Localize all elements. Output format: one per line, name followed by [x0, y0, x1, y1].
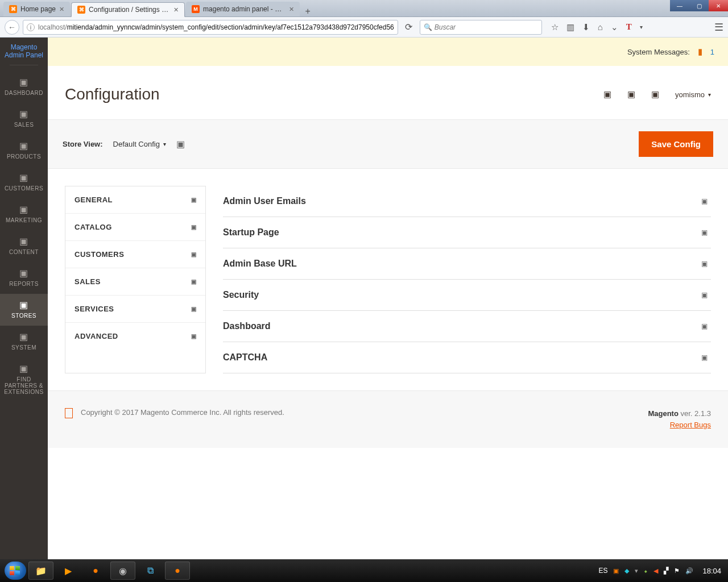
addon-t-icon[interactable]: T — [626, 22, 632, 32]
config-tab-services[interactable]: SERVICES▣ — [65, 296, 205, 323]
browser-search[interactable]: 🔍 — [420, 20, 542, 35]
section-captcha[interactable]: CAPTCHA▣ — [223, 342, 711, 373]
sidebar-item-products[interactable]: ▣PRODUCTS — [0, 135, 48, 167]
search-icon: 🔍 — [424, 23, 432, 31]
sidebar-item-stores[interactable]: ▣STORES — [0, 294, 48, 326]
footer-product: Magento — [648, 409, 678, 418]
window-close-button[interactable]: ✕ — [709, 0, 728, 11]
language-indicator[interactable]: ES — [598, 567, 607, 575]
section-startup-page[interactable]: Startup Page▣ — [223, 217, 711, 248]
pocket-icon[interactable]: ⌄ — [611, 22, 618, 32]
sidebar-brand[interactable]: Magento Admin Panel — [0, 41, 48, 71]
system-messages-bar[interactable]: System Messages: ▮ 1 — [48, 38, 728, 66]
sidebar-item-sales[interactable]: ▣SALES — [0, 103, 48, 135]
customers-icon: ▣ — [1, 172, 47, 183]
config-tab-advanced[interactable]: ADVANCED▣ — [65, 323, 205, 350]
url-text: localhost/mitienda/admin_yynncw/admin/sy… — [38, 23, 394, 31]
tray-icon[interactable]: ◆ — [624, 567, 629, 575]
tray-icon[interactable]: ▣ — [613, 567, 619, 575]
admin-footer: Copyright © 2017 Magento Commerce Inc. A… — [48, 390, 728, 448]
tab-close-icon[interactable]: ✕ — [59, 6, 64, 13]
account-menu[interactable]: yomismo ▾ — [675, 90, 711, 99]
bookmark-star-icon[interactable]: ☆ — [551, 22, 559, 32]
taskbar-firefox-2[interactable]: ● — [165, 562, 190, 580]
content-icon: ▣ — [1, 236, 47, 247]
expand-icon: ▣ — [191, 224, 197, 230]
brand-line1: Magento — [11, 43, 38, 51]
url-bar[interactable]: i localhost/mitienda/admin_yynncw/admin/… — [23, 20, 398, 35]
new-tab-button[interactable]: + — [301, 6, 315, 16]
config-tab-customers[interactable]: CUSTOMERS▣ — [65, 241, 205, 268]
taskbar-explorer[interactable]: 📁 — [28, 562, 53, 580]
taskbar-media[interactable]: ▶ — [56, 562, 81, 580]
sidebar-item-customers[interactable]: ▣CUSTOMERS — [0, 167, 48, 198]
config-sections: Admin User Emails▣ Startup Page▣ Admin B… — [223, 186, 711, 373]
reader-icon[interactable]: ▥ — [566, 22, 574, 32]
report-bugs-link[interactable]: Report Bugs — [670, 421, 711, 429]
browser-tab[interactable]: ⌘ Home page ✕ — [3, 2, 70, 16]
notifications-icon[interactable]: ▣ — [623, 89, 640, 99]
sidebar-item-partners[interactable]: ▣FIND PARTNERS & EXTENSIONS — [0, 357, 48, 402]
expand-icon: ▣ — [191, 306, 197, 312]
expand-icon: ▣ — [701, 291, 708, 299]
section-dashboard[interactable]: Dashboard▣ — [223, 311, 711, 342]
page-title: Configuration — [65, 85, 160, 103]
help-icon[interactable]: ▣ — [647, 89, 664, 99]
window-minimize-button[interactable]: — — [670, 0, 689, 11]
magento-logo-icon — [65, 408, 73, 418]
taskbar-clock[interactable]: 18:04 — [702, 567, 721, 575]
tray-flag-icon[interactable]: ⚑ — [674, 567, 680, 575]
tray-network-icon[interactable]: ▞ — [664, 567, 668, 575]
menu-button[interactable]: ☰ — [714, 21, 723, 34]
expand-icon: ▣ — [191, 197, 197, 203]
browser-tab[interactable]: ⌘ Configuration / Settings / ... ✕ — [71, 2, 185, 17]
search-input[interactable] — [435, 23, 538, 31]
tab-close-icon[interactable]: ✕ — [173, 6, 179, 14]
addon-dropdown-icon[interactable]: ▾ — [640, 24, 643, 30]
tab-close-icon[interactable]: ✕ — [289, 6, 294, 13]
taskbar-firefox-1[interactable]: ● — [83, 562, 108, 580]
taskbar-app2[interactable]: ⧉ — [138, 562, 163, 580]
back-button[interactable]: ← — [5, 20, 19, 35]
copyright-text: Copyright © 2017 Magento Commerce Inc. A… — [81, 408, 284, 417]
config-toolbar: Store View: Default Config ▾ ▣ Save Conf… — [48, 119, 728, 169]
search-icon[interactable]: ▣ — [599, 89, 616, 99]
section-security[interactable]: Security▣ — [223, 280, 711, 311]
sidebar-item-dashboard[interactable]: ▣DASHBOARD — [0, 71, 48, 103]
page-header: Configuration ▣ ▣ ▣ yomismo ▾ — [48, 66, 728, 109]
sidebar-item-marketing[interactable]: ▣MARKETING — [0, 198, 48, 230]
browser-tab[interactable]: M magento admin panel - M... ✕ — [186, 2, 300, 16]
page-viewport: Magento Admin Panel ▣DASHBOARD ▣SALES ▣P… — [0, 38, 728, 559]
expand-icon: ▣ — [701, 197, 708, 205]
section-admin-user-emails[interactable]: Admin User Emails▣ — [223, 186, 711, 217]
browser-toolbar-icons: ☆ ▥ ⬇ ⌂ ⌄ T ▾ — [551, 22, 643, 32]
window-maximize-button[interactable]: ▢ — [689, 0, 709, 11]
store-view-value: Default Config — [113, 140, 160, 148]
taskbar-app[interactable]: ◉ — [110, 562, 135, 580]
start-button[interactable] — [5, 562, 26, 580]
tray-icon[interactable]: ▾ — [635, 567, 638, 575]
reload-button[interactable]: ⟳ — [402, 22, 416, 32]
site-info-icon[interactable]: i — [27, 23, 35, 31]
config-tab-general[interactable]: GENERAL▣ — [65, 186, 205, 214]
products-icon: ▣ — [1, 140, 47, 151]
scope-hint-icon[interactable]: ▣ — [176, 139, 185, 149]
tray-icon[interactable]: ◀ — [653, 567, 658, 575]
home-icon[interactable]: ⌂ — [598, 22, 603, 32]
save-config-button[interactable]: Save Config — [639, 131, 713, 157]
system-messages-count[interactable]: 1 — [710, 48, 714, 56]
downloads-icon[interactable]: ⬇ — [582, 22, 590, 32]
store-view-dropdown[interactable]: Default Config ▾ — [113, 140, 166, 148]
section-admin-base-url[interactable]: Admin Base URL▣ — [223, 248, 711, 280]
account-username: yomismo — [675, 90, 705, 99]
marketing-icon: ▣ — [1, 204, 47, 215]
window-controls: — ▢ ✕ — [670, 0, 728, 11]
sidebar-item-content[interactable]: ▣CONTENT — [0, 230, 48, 262]
config-tab-sales[interactable]: SALES▣ — [65, 268, 205, 296]
sidebar-item-reports[interactable]: ▣REPORTS — [0, 262, 48, 294]
sidebar-item-system[interactable]: ▣SYSTEM — [0, 326, 48, 357]
config-tab-catalog[interactable]: CATALOG▣ — [65, 214, 205, 241]
browser-toolbar: ← i localhost/mitienda/admin_yynncw/admi… — [0, 17, 728, 38]
tray-volume-icon[interactable]: 🔊 — [685, 567, 693, 575]
tray-icon[interactable]: ⬥ — [644, 567, 648, 574]
